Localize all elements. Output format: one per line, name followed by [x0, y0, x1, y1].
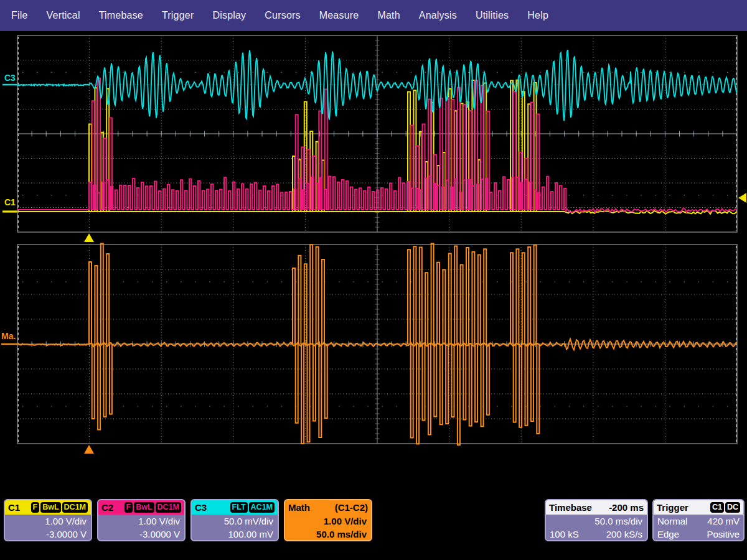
menu-bar: File Vertical Timebase Trigger Display C…	[0, 0, 747, 31]
timebase-delay: -200 ms	[609, 502, 644, 513]
c2-scale: 1.00 V/div	[102, 515, 180, 528]
trace-label-c3: C3	[4, 73, 16, 83]
c3-title: C3	[195, 502, 207, 513]
timebase-header: Timebase -200 ms	[546, 500, 647, 515]
menu-utilities[interactable]: Utilities	[476, 10, 509, 21]
timebase-title: Timebase	[549, 502, 592, 513]
trigger-level: 420 mV	[707, 515, 740, 528]
math-header: Math (C1-C2)	[285, 500, 371, 515]
c2-badge-coupling-f: F	[125, 502, 133, 513]
c2-offset: -3.0000 V	[102, 528, 180, 541]
trigger-type: Edge	[657, 528, 679, 541]
trigger-badge-source-c1: C1	[710, 502, 724, 513]
timebase-samples: 100 kS	[550, 528, 579, 541]
trigger-header: Trigger C1 DC	[654, 500, 743, 515]
menu-measure[interactable]: Measure	[319, 10, 359, 21]
trigger-level-marker[interactable]	[738, 193, 746, 203]
c1-header: C1 F BwL DC1M	[5, 500, 91, 515]
menu-help[interactable]: Help	[527, 10, 548, 21]
trace-label-c1: C1	[4, 197, 16, 207]
menu-timebase[interactable]: Timebase	[99, 10, 143, 21]
menu-vertical[interactable]: Vertical	[47, 10, 80, 21]
c1-title: C1	[8, 502, 20, 513]
trigger-slope: Positive	[707, 528, 740, 541]
c3-offset: 100.00 mV	[195, 528, 273, 541]
c2-badge-dc1m: DC1M	[156, 502, 181, 513]
c3-header: C3 FLT AC1M	[192, 500, 278, 515]
c2-header: C2 F BwL DC1M	[98, 500, 184, 515]
menu-cursors[interactable]: Cursors	[265, 10, 300, 21]
trigger-delay-marker-bottom[interactable]	[84, 445, 94, 454]
math-scale: 1.00 V/div	[289, 515, 367, 528]
c3-badge-ac1m: AC1M	[249, 502, 275, 513]
c3-scale: 50.0 mV/div	[195, 515, 273, 528]
channel-descriptor-c3[interactable]: C3 FLT AC1M 50.0 mV/div 100.00 mV	[190, 499, 279, 541]
oscilloscope-screen: File Vertical Timebase Trigger Display C…	[0, 0, 747, 560]
c1-badge-coupling-f: F	[31, 502, 40, 513]
c2-badge-bwl: BwL	[134, 502, 154, 513]
timebase-rate: 200 kS/s	[606, 528, 642, 541]
waveform-display[interactable]	[0, 0, 747, 560]
trigger-badge-coupling-dc: DC	[725, 502, 740, 513]
trace-label-math: Ma.	[1, 331, 16, 341]
channel-descriptor-c2[interactable]: C2 F BwL DC1M 1.00 V/div -3.0000 V	[97, 499, 186, 541]
c1-scale: 1.00 V/div	[9, 515, 87, 528]
c3-badge-flt: FLT	[230, 502, 248, 513]
trigger-delay-marker-top[interactable]	[84, 233, 94, 242]
math-descriptor[interactable]: Math (C1-C2) 1.00 V/div 50.0 ms/div	[284, 499, 372, 541]
menu-display[interactable]: Display	[212, 10, 246, 21]
timebase-descriptor[interactable]: Timebase -200 ms 50.0 ms/div 100 kS 200 …	[545, 499, 648, 541]
trigger-title: Trigger	[657, 502, 688, 513]
channel-descriptor-c1[interactable]: C1 F BwL DC1M 1.00 V/div -3.0000 V	[4, 499, 92, 541]
math-source: (C1-C2)	[335, 502, 368, 513]
menu-analysis[interactable]: Analysis	[419, 10, 457, 21]
math-timebase: 50.0 ms/div	[289, 528, 367, 541]
trigger-mode: Normal	[657, 515, 687, 528]
menu-math[interactable]: Math	[377, 10, 400, 21]
menu-file[interactable]: File	[11, 10, 28, 21]
trigger-descriptor[interactable]: Trigger C1 DC Normal 420 mV Edge Positiv…	[652, 499, 745, 541]
c1-badge-dc1m: DC1M	[62, 502, 88, 513]
c1-badge-bwl: BwL	[40, 502, 60, 513]
menu-trigger[interactable]: Trigger	[162, 10, 194, 21]
math-title: Math	[288, 502, 310, 513]
c2-title: C2	[101, 502, 113, 513]
c1-offset: -3.0000 V	[9, 528, 87, 541]
timebase-per-div: 50.0 ms/div	[550, 515, 642, 528]
